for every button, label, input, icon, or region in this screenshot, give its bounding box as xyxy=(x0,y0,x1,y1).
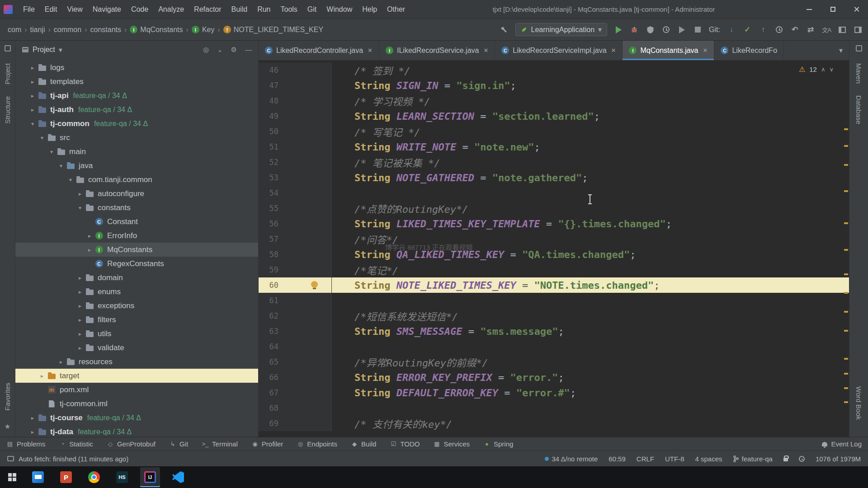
bookmark-star-icon[interactable] xyxy=(5,422,10,431)
tool-window-button-services[interactable]: ▦Services xyxy=(433,440,470,448)
tree-item-main[interactable]: main xyxy=(15,145,258,159)
menu-item-run[interactable]: Run xyxy=(252,4,275,15)
tree-item-tj-common-iml[interactable]: tj-common.iml xyxy=(15,397,258,411)
code-line-63[interactable]: 63String SMS_MESSAGE = "sms.message"; xyxy=(259,324,849,339)
event-log-button[interactable]: Event Log xyxy=(822,440,862,448)
taskbar-app-explorer[interactable] xyxy=(28,467,48,487)
chevron-right-icon[interactable] xyxy=(28,65,38,71)
tool-window-button-problems[interactable]: ▤Problems xyxy=(6,440,45,448)
warning-stripe-mark[interactable] xyxy=(844,373,848,375)
tab-likerecordfo[interactable]: CLikeRecordFo xyxy=(714,41,784,60)
code-line-62[interactable]: 62/*短信系统发送短信*/ xyxy=(259,308,849,324)
tree-item-com-tianji-common[interactable]: com.tianji.common xyxy=(15,173,258,187)
code-line-53[interactable]: 53String NOTE_GATHERED = "note.gathered"… xyxy=(259,170,849,185)
code-line-55[interactable]: 55/*点赞的RoutingKey*/ xyxy=(259,201,849,216)
indicator-icon[interactable] xyxy=(799,456,805,462)
close-button[interactable] xyxy=(844,0,868,19)
tree-item-filters[interactable]: filters xyxy=(15,313,258,327)
tab-close-icon[interactable] xyxy=(611,47,616,54)
code-line-48[interactable]: 48/* 学习视频 */ xyxy=(259,93,849,108)
tree-item-target[interactable]: target xyxy=(15,369,258,383)
tool-strip-icon[interactable] xyxy=(5,45,11,52)
chevron-right-icon[interactable] xyxy=(75,345,85,351)
tool-window-button-endpoints[interactable]: ◎Endpoints xyxy=(297,440,337,448)
memory-indicator[interactable]: 1076 of 1979M xyxy=(816,455,861,463)
translate-button[interactable] xyxy=(822,25,831,34)
line-separator-widget[interactable]: CRLF xyxy=(637,455,654,463)
tool-window-button-spring[interactable]: ●Spring xyxy=(483,440,513,448)
profiler-button[interactable] xyxy=(661,25,670,34)
git-branch-widget[interactable]: feature-qa xyxy=(733,455,773,463)
minimize-button[interactable] xyxy=(797,0,821,19)
warning-stripe-mark[interactable] xyxy=(844,222,848,224)
tree-item-regexconstants[interactable]: CRegexConstants xyxy=(15,257,258,271)
vcs-changes-widget[interactable]: 34 Δ/no remote xyxy=(545,455,598,463)
tree-item-errorinfo[interactable]: IErrorInfo xyxy=(15,229,258,243)
start-button[interactable] xyxy=(0,466,24,488)
chevron-down-icon[interactable]: ∨ xyxy=(829,66,834,73)
debug-button[interactable] xyxy=(630,25,639,34)
chevron-right-icon[interactable] xyxy=(28,79,38,85)
chevron-right-icon[interactable] xyxy=(28,107,38,113)
run-button[interactable] xyxy=(614,25,623,34)
tool-button-structure[interactable]: Structure xyxy=(4,96,11,124)
tab-ilikedrecordservice-java[interactable]: IILikedRecordService.java xyxy=(379,41,495,60)
breadcrumb-item-tianji[interactable]: tianji xyxy=(28,25,47,35)
chevron-right-icon[interactable] xyxy=(56,359,66,365)
tree-item-java[interactable]: java xyxy=(15,159,258,173)
chevron-down-icon[interactable] xyxy=(66,177,75,183)
breadcrumb-item-note-liked-times-key[interactable]: fNOTE_LIKED_TIMES_KEY xyxy=(221,25,326,35)
stop-button[interactable] xyxy=(693,25,702,34)
collapse-all-icon[interactable]: ⌄ xyxy=(217,46,223,54)
locate-file-icon[interactable]: ◎ xyxy=(203,46,209,54)
lock-icon[interactable] xyxy=(783,458,788,461)
chevron-right-icon[interactable] xyxy=(75,275,85,281)
tree-item-domain[interactable]: domain xyxy=(15,271,258,285)
menu-item-code[interactable]: Code xyxy=(126,4,153,15)
tool-window-button-todo[interactable]: ☑TODO xyxy=(390,440,420,448)
chevron-down-icon[interactable] xyxy=(75,205,85,211)
tool-button-project[interactable]: Project xyxy=(4,63,11,84)
run-secondary-button[interactable] xyxy=(677,25,686,34)
taskbar-app-intellij[interactable]: IJ xyxy=(140,467,160,487)
code-line-66[interactable]: 66String ERROR_KEY_PREFIX = "error."; xyxy=(259,370,849,385)
code-line-64[interactable]: 64 xyxy=(259,339,849,354)
tree-item-utils[interactable]: utils xyxy=(15,327,258,341)
vcs-shelve-button[interactable]: ⇄ xyxy=(806,25,815,34)
taskbar-app-chrome[interactable] xyxy=(84,467,104,487)
chevron-down-icon[interactable] xyxy=(47,149,57,155)
taskbar-app-hs[interactable]: HS xyxy=(112,467,132,487)
warning-stripe-mark[interactable] xyxy=(844,145,848,147)
tab-mqconstants-java[interactable]: IMqConstants.java xyxy=(623,41,714,60)
tree-item-constants[interactable]: constants xyxy=(15,201,258,215)
tree-item-tj-common[interactable]: tj-commonfeature-qa / 34 Δ xyxy=(15,117,258,131)
chevron-right-icon[interactable] xyxy=(37,373,47,379)
chevron-right-icon[interactable] xyxy=(28,415,38,421)
menu-item-view[interactable]: View xyxy=(62,4,87,15)
code-line-46[interactable]: 46/* 签到 */ xyxy=(259,62,849,78)
run-configuration-select[interactable]: LearningApplication xyxy=(515,23,608,36)
code-editor[interactable]: 46/* 签到 */47String SIGN_IN = "sign.in";4… xyxy=(259,61,849,437)
chevron-up-icon[interactable]: ∧ xyxy=(821,66,826,73)
tool-window-button-genprotobuf[interactable]: ◇GenProtobuf xyxy=(107,440,156,448)
tree-item-exceptions[interactable]: exceptions xyxy=(15,299,258,313)
taskbar-app-vscode[interactable] xyxy=(168,467,188,487)
project-panel-title[interactable]: Project xyxy=(33,46,55,54)
code-line-49[interactable]: 49String LEARN_SECTION = "section.learne… xyxy=(259,108,849,124)
code-line-61[interactable]: 61 xyxy=(259,293,849,308)
tree-item-constant[interactable]: CConstant xyxy=(15,215,258,229)
code-line-67[interactable]: 67String DEFAULT_ERROR_KEY = "error.#"; xyxy=(259,385,849,400)
breadcrumb-item-common[interactable]: common xyxy=(52,25,84,35)
tool-button-maven[interactable]: Maven xyxy=(855,63,863,84)
tree-item-tj-course[interactable]: tj-coursefeature-qa / 34 Δ xyxy=(15,411,258,425)
tab-likedrecordcontroller-java[interactable]: CLikedRecordController.java xyxy=(259,41,379,60)
chevron-right-icon[interactable] xyxy=(28,93,38,99)
menu-item-refactor[interactable]: Refactor xyxy=(189,4,226,15)
vcs-push-button[interactable]: ↑ xyxy=(759,25,768,34)
code-line-60[interactable]: 60String NOTE_LIKED_TIMES_KEY = "NOTE.ti… xyxy=(259,277,849,293)
chevron-right-icon[interactable] xyxy=(75,331,85,337)
code-line-52[interactable]: 52/* 笔记被采集 */ xyxy=(259,155,849,170)
tree-item-autoconfigure[interactable]: autoconfigure xyxy=(15,187,258,201)
chevron-right-icon[interactable] xyxy=(75,289,85,295)
settings-gear-icon[interactable]: ⚙ xyxy=(231,46,237,54)
